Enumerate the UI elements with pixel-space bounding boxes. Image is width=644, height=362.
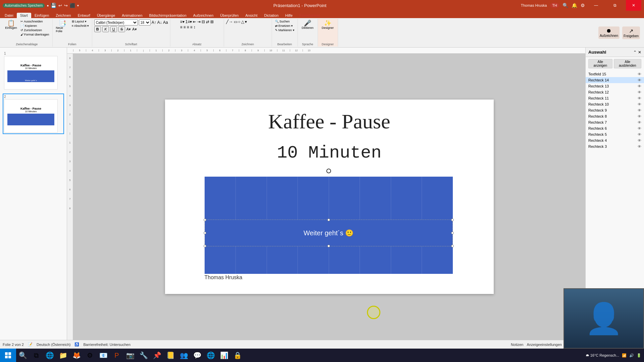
browser-icon[interactable]: 🦊 bbox=[70, 349, 83, 362]
layout-button[interactable]: ⊞ Layout ▾ bbox=[71, 19, 90, 23]
shape-tri[interactable]: △ bbox=[241, 19, 244, 24]
shape-more[interactable]: ▾ bbox=[245, 19, 247, 24]
app11-icon[interactable]: 💬 bbox=[191, 349, 204, 362]
present-icon[interactable]: ⬛ bbox=[70, 3, 75, 8]
files-icon[interactable]: 📁 bbox=[56, 349, 70, 362]
tab-datei[interactable]: Datei bbox=[1, 13, 17, 18]
highlight-btn[interactable]: A▾ bbox=[132, 27, 137, 32]
eye-icon[interactable]: 👁 bbox=[638, 90, 641, 94]
tab-einfuegen[interactable]: Einfügen bbox=[31, 13, 52, 18]
markieren-button[interactable]: ✎ Markieren ▾ bbox=[274, 28, 296, 32]
tab-ansicht[interactable]: Ansicht bbox=[242, 13, 261, 18]
panel-item-rechteck14[interactable]: Rechteck 14 👁 bbox=[586, 77, 644, 83]
teams-icon[interactable]: 👥 bbox=[177, 349, 191, 362]
slide-canvas[interactable]: Kaffee - Pause 10 Minuten bbox=[165, 100, 494, 294]
tab-animationen[interactable]: Animationen bbox=[118, 13, 146, 18]
tab-start[interactable]: Start bbox=[17, 13, 31, 18]
handle-bl[interactable] bbox=[204, 245, 206, 247]
eye-icon[interactable]: 👁 bbox=[638, 84, 641, 88]
font-size-increase[interactable]: A↑ bbox=[152, 20, 156, 25]
tab-hilfe[interactable]: Hilfe bbox=[282, 13, 296, 18]
win-restore[interactable]: ⧉ bbox=[607, 0, 623, 11]
tab-dictation[interactable]: Dictation bbox=[261, 13, 282, 18]
powerpoint-icon[interactable]: P bbox=[110, 349, 123, 362]
format-uebertragen-button[interactable]: 🖌 Format übertragen bbox=[19, 33, 50, 37]
camera-icon[interactable]: 📷 bbox=[123, 349, 137, 362]
panel-item-rechteck4[interactable]: Rechteck 4 👁 bbox=[586, 137, 644, 143]
designer-button[interactable]: ✨ Designer bbox=[320, 19, 335, 30]
panel-item-rechteck10[interactable]: Rechteck 10 👁 bbox=[586, 101, 644, 107]
panel-item-rechteck5[interactable]: Rechteck 5 👁 bbox=[586, 131, 644, 137]
search-taskbar-icon[interactable]: 🔍 bbox=[16, 349, 30, 362]
volume-icon[interactable]: 🔊 bbox=[629, 353, 634, 358]
hide-all-button[interactable]: Alle ausblenden bbox=[614, 59, 641, 68]
dropdown-icon[interactable]: ▾ bbox=[77, 4, 79, 7]
eye-icon[interactable]: 👁 bbox=[638, 114, 641, 118]
canvas-area[interactable]: 8 7 6 5 4 3 2 1 | 1 2 3 4 5 6 7 8 bbox=[67, 54, 585, 340]
eye-icon[interactable]: 👁 bbox=[638, 138, 641, 142]
app7-icon[interactable]: 🔧 bbox=[137, 349, 150, 362]
shape-rect[interactable]: ▭ bbox=[234, 19, 237, 24]
app12-icon[interactable]: 🌐 bbox=[204, 349, 217, 362]
autosave-toggle[interactable]: Automatisches Speichern bbox=[3, 3, 45, 8]
strikethrough-button[interactable]: S bbox=[118, 26, 125, 32]
app8-icon[interactable]: 📌 bbox=[150, 349, 164, 362]
suchen-button[interactable]: 🔍 Suchen bbox=[274, 19, 291, 23]
font-size-decrease[interactable]: A↓ bbox=[157, 20, 162, 25]
line-spacing-icon[interactable]: ↕ bbox=[194, 25, 196, 29]
handle-bm[interactable] bbox=[327, 245, 330, 247]
tab-entwurf[interactable]: Entwurf bbox=[74, 13, 94, 18]
font-color-btn[interactable]: A▾ bbox=[126, 27, 131, 32]
app14-icon[interactable]: 🔒 bbox=[231, 349, 244, 362]
font-size-select[interactable]: 18 bbox=[139, 19, 151, 25]
ersetzen-button[interactable]: ⇄ Ersetzen ▾ bbox=[274, 24, 294, 28]
bold-button[interactable]: B bbox=[94, 26, 101, 32]
start-button[interactable] bbox=[0, 349, 16, 362]
justify-icon[interactable]: ≡ bbox=[190, 25, 193, 29]
indent-more-icon[interactable]: ⇥ bbox=[197, 19, 201, 24]
underline-button[interactable]: U bbox=[110, 26, 117, 32]
list-unordered-icon[interactable]: ≡▾ bbox=[180, 19, 184, 24]
handle-ml[interactable] bbox=[204, 232, 206, 234]
slide-blue-rect-lower[interactable]: Weiter geht´s 🙂 bbox=[205, 220, 453, 246]
indent-less-icon[interactable]: ⇤ bbox=[193, 19, 196, 24]
eye-icon[interactable]: 👁 bbox=[638, 102, 641, 106]
eye-icon[interactable]: 👁 bbox=[638, 78, 641, 82]
task-view-icon[interactable]: ⧉ bbox=[30, 349, 43, 362]
save-icon[interactable]: 💾 bbox=[51, 3, 56, 8]
handle-tr[interactable] bbox=[451, 219, 454, 221]
panel-item-rechteck12[interactable]: Rechteck 12 👁 bbox=[586, 89, 644, 95]
slide-thumb-1[interactable]: 1 Kaffee - Pause 10 Minuten Weiter geht´… bbox=[3, 50, 64, 91]
slide-panel[interactable]: 1 Kaffee - Pause 10 Minuten Weiter geht´… bbox=[0, 48, 67, 340]
handle-br[interactable] bbox=[451, 245, 454, 247]
battery-icon[interactable]: 🔋 bbox=[637, 353, 641, 358]
edge-icon[interactable]: 🌐 bbox=[43, 349, 56, 362]
tab-zeichnen[interactable]: Zeichnen bbox=[52, 13, 74, 18]
aufzeichnen-button[interactable]: ⏺ Aufzeichnen bbox=[598, 26, 620, 39]
tab-bildschirmpraesenation[interactable]: Bildschirmpräsentation bbox=[146, 13, 190, 18]
ausschneiden-button[interactable]: ✂ Ausschneiden bbox=[19, 19, 50, 23]
settings-icon[interactable]: ⚙ bbox=[581, 3, 585, 8]
redo-icon[interactable]: ↪ bbox=[64, 3, 68, 8]
align-left-icon[interactable]: ≡ bbox=[180, 25, 182, 29]
undo-icon[interactable]: ↩ bbox=[58, 3, 62, 8]
align-right-icon[interactable]: ≡ bbox=[187, 25, 189, 29]
handle-mr[interactable] bbox=[451, 232, 454, 234]
show-all-button[interactable]: Alle anzeigen bbox=[588, 59, 612, 68]
eye-icon[interactable]: 👁 bbox=[638, 96, 641, 100]
panel-item-rechteck6[interactable]: Rechteck 6 👁 bbox=[586, 125, 644, 131]
column-icon[interactable]: ⊟ bbox=[202, 19, 205, 24]
rotate-handle[interactable] bbox=[326, 169, 331, 173]
tab-uebergaenge[interactable]: Übergänge bbox=[94, 13, 118, 18]
align-center-icon[interactable]: ≡ bbox=[183, 25, 186, 29]
slide-thumb-2[interactable]: 2 Kaffee - Pause 10 Minuten bbox=[3, 94, 64, 134]
smartart-icon[interactable]: ⊞ bbox=[210, 19, 214, 24]
panel-item-rechteck13[interactable]: Rechteck 13 👁 bbox=[586, 83, 644, 89]
freigeben-button[interactable]: ↗ Freigeben bbox=[622, 26, 640, 39]
tab-ueberpruefen[interactable]: Überprüfen bbox=[217, 13, 242, 18]
einfuegen-button[interactable]: 📋 Einfügen bbox=[3, 19, 19, 30]
win-close[interactable]: ✕ bbox=[626, 0, 641, 11]
app13-icon[interactable]: 📊 bbox=[217, 349, 231, 362]
panel-item-rechteck8[interactable]: Rechteck 8 👁 bbox=[586, 113, 644, 119]
shape-oval[interactable]: ○ bbox=[238, 19, 240, 24]
